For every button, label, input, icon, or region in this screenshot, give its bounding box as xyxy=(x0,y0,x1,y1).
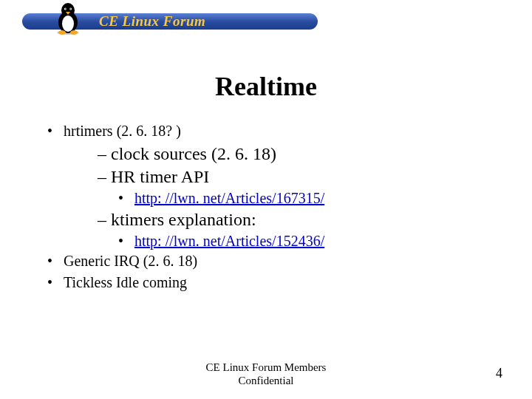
footer-line2: Confidential xyxy=(0,374,532,387)
svg-point-9 xyxy=(70,30,78,35)
footer-line1: CE Linux Forum Members xyxy=(0,361,532,374)
bullet-tickless: Tickless Idle coming xyxy=(47,274,502,291)
bullet-generic-irq: Generic IRQ (2. 6. 18) xyxy=(47,253,502,270)
svg-point-8 xyxy=(58,30,66,35)
forum-title: CE Linux Forum xyxy=(99,13,205,30)
bullet-link1: http: //lwn. net/Articles/167315/ xyxy=(47,190,502,207)
page-number: 4 xyxy=(496,366,502,381)
bullet-hrtimers: hrtimers (2. 6. 18? ) xyxy=(47,123,502,140)
slide-footer: CE Linux Forum Members Confidential xyxy=(0,361,532,387)
bullet-ktimers: – ktimers explanation: xyxy=(47,210,502,230)
slide-title: Realtime xyxy=(0,71,532,102)
tux-penguin-icon xyxy=(53,1,83,35)
bullet-hr-api: – HR timer API xyxy=(47,167,502,187)
svg-point-6 xyxy=(65,8,66,10)
slide-content: hrtimers (2. 6. 18? ) – clock sources (2… xyxy=(0,123,532,291)
link-lwn-167315[interactable]: http: //lwn. net/Articles/167315/ xyxy=(134,190,324,206)
slide-header: CE Linux Forum xyxy=(0,0,532,35)
svg-point-7 xyxy=(69,8,71,10)
bullet-link2: http: //lwn. net/Articles/152436/ xyxy=(47,233,502,250)
svg-point-3 xyxy=(62,16,74,32)
link-lwn-152436[interactable]: http: //lwn. net/Articles/152436/ xyxy=(134,233,324,249)
bullet-clock-sources: – clock sources (2. 6. 18) xyxy=(47,144,502,164)
